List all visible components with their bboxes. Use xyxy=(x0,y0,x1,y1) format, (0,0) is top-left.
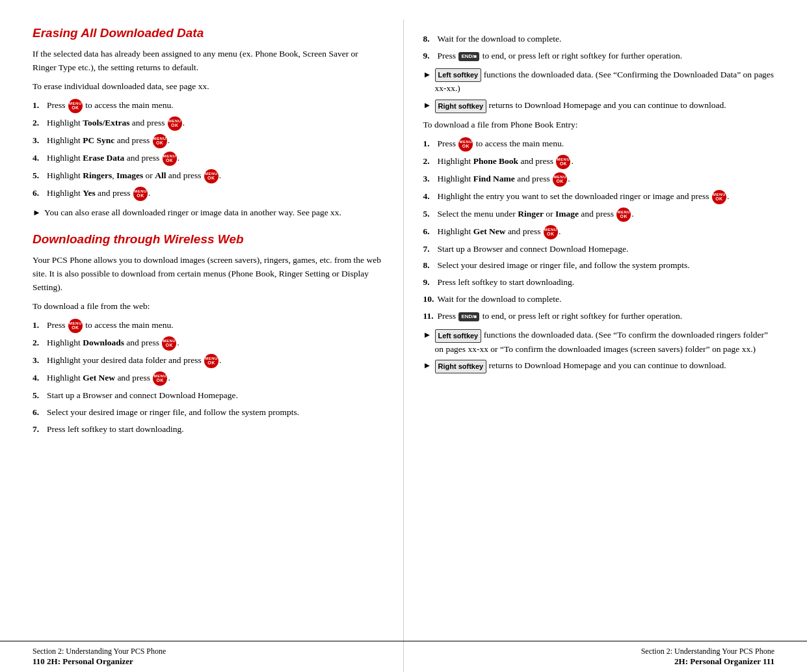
right-bullets-1: ► Left softkey functions the downloaded … xyxy=(423,68,775,113)
fp-step-9-num: 9. xyxy=(423,276,438,289)
step-6: 6. Highlight Yes and press MENUOK. xyxy=(33,187,384,201)
step-3-content: Highlight PC Sync and press MENUOK. xyxy=(47,134,384,148)
r-bullet-2-text: Right softkey returns to Download Homepa… xyxy=(435,99,775,113)
fp-step-8-content: Select your desired image or ringer file… xyxy=(438,259,775,273)
page-container: Erasing All Downloaded Data If the selec… xyxy=(0,0,807,672)
right-column: 8. Wait for the download to complete. 9.… xyxy=(404,20,808,672)
end-btn-fp11: END/■ xyxy=(458,312,479,321)
fp-step-3-content: Highlight Find Name and press MENUOK. xyxy=(438,172,775,187)
from-phone-steps-list: 1. Press MENUOK to access the main menu.… xyxy=(423,137,775,324)
menu-btn-6: MENUOK xyxy=(133,187,148,201)
fp-step-4: 4. Highlight the entry you want to set t… xyxy=(423,190,775,204)
fp-step-4-num: 4. xyxy=(423,190,438,204)
download-steps-list: 1. Press MENUOK to access the main menu.… xyxy=(33,319,384,437)
fp-step-7: 7. Start up a Browser and connect Downlo… xyxy=(423,243,775,256)
right-softkey-badge-1: Right softkey xyxy=(435,100,487,113)
fp-step-6: 6. Highlight Get New and press MENUOK. xyxy=(423,225,775,239)
step-1-num: 1. xyxy=(33,99,47,113)
dl-step-6-content: Select your desired image or ringer file… xyxy=(47,406,384,420)
menu-btn-fp2: MENUOK xyxy=(556,155,570,169)
fp-step-7-num: 7. xyxy=(423,243,438,256)
dl-step-3-num: 3. xyxy=(33,354,47,368)
step-5-num: 5. xyxy=(33,169,47,183)
r-bullet-2: ► Right softkey returns to Download Home… xyxy=(423,99,775,113)
step-4-num: 4. xyxy=(33,152,47,166)
fp-step-10-content: Wait for the download to complete. xyxy=(438,293,775,306)
dl-step-1-num: 1. xyxy=(33,319,47,333)
footer-right-page: 2H: Personal Organizer 111 xyxy=(674,656,774,667)
step-4-content: Highlight Erase Data and press MENUOK. xyxy=(47,152,384,166)
menu-btn-fp3: MENUOK xyxy=(553,172,567,187)
right-bullets-2: ► Left softkey functions the downloaded … xyxy=(423,329,775,373)
dl-step-1-content: Press MENUOK to access the main menu. xyxy=(47,319,384,333)
dl-step-5: 5. Start up a Browser and connect Downlo… xyxy=(33,389,384,403)
arrow-icon-r1: ► xyxy=(423,68,435,96)
fp-step-1-content: Press MENUOK to access the main menu. xyxy=(438,137,775,152)
erase-steps-list: 1. Press MENUOK to access the main menu.… xyxy=(33,99,384,201)
menu-btn-2: MENUOK xyxy=(168,116,182,131)
arrow-icon-1: ► xyxy=(33,206,44,220)
r-bullet-1: ► Left softkey functions the downloaded … xyxy=(423,68,775,96)
menu-btn-dl1: MENUOK xyxy=(68,319,83,333)
r-step-9-num: 9. xyxy=(423,49,438,63)
footer: Section 2: Understanding Your PCS Phone … xyxy=(0,641,807,672)
menu-btn-dl2: MENUOK xyxy=(162,336,176,351)
step-3: 3. Highlight PC Sync and press MENUOK. xyxy=(33,134,384,148)
menu-btn-5: MENUOK xyxy=(204,169,218,183)
r-step-8: 8. Wait for the download to complete. xyxy=(423,33,775,46)
r-step-9: 9. Press END/■ to end, or press left or … xyxy=(423,49,775,63)
erase-bullet-1-text: You can also erase all downloaded ringer… xyxy=(44,206,384,220)
fp-step-3: 3. Highlight Find Name and press MENUOK. xyxy=(423,172,775,187)
menu-btn-fp6: MENUOK xyxy=(544,225,558,239)
step-4: 4. Highlight Erase Data and press MENUOK… xyxy=(33,152,384,166)
dl-step-3-content: Highlight your desired data folder and p… xyxy=(47,354,384,368)
menu-btn-fp1: MENUOK xyxy=(458,137,473,152)
step-3-num: 3. xyxy=(33,134,47,148)
step-1-content: Press MENUOK to access the main menu. xyxy=(47,99,384,113)
fp-step-11: 11. Press END/■ to end, or press left or… xyxy=(423,310,775,323)
from-phone-intro: To download a file from Phone Book Entry… xyxy=(423,118,775,132)
step-5: 5. Highlight Ringers, Images or All and … xyxy=(33,169,384,183)
fp-step-8: 8. Select your desired image or ringer f… xyxy=(423,259,775,273)
r-step-9-content: Press END/■ to end, or press left or rig… xyxy=(438,49,775,63)
dl-step-4: 4. Highlight Get New and press MENUOK. xyxy=(33,371,384,386)
fp-step-7-content: Start up a Browser and connect Download … xyxy=(438,243,775,256)
arrow-icon-r4: ► xyxy=(423,359,435,373)
dl-step-4-num: 4. xyxy=(33,371,47,386)
subsection-title: Downloading through Wireless Web xyxy=(33,232,384,247)
arrow-icon-r2: ► xyxy=(423,99,435,113)
menu-btn-3: MENUOK xyxy=(153,134,167,148)
dl-step-3: 3. Highlight your desired data folder an… xyxy=(33,354,384,368)
r-bullet-3-text: Left softkey functions the downloaded da… xyxy=(435,329,775,356)
fp-step-9-content: Press left softkey to start downloading. xyxy=(438,276,775,289)
dl-step-2-num: 2. xyxy=(33,336,47,351)
footer-left-page: 110 2H: Personal Organizer xyxy=(33,656,166,667)
dl-step-2-content: Highlight Downloads and press MENUOK. xyxy=(47,336,384,351)
step-1: 1. Press MENUOK to access the main menu. xyxy=(33,99,384,113)
end-btn-r9: END/■ xyxy=(458,52,479,61)
erase-bullet-1: ► You can also erase all downloaded ring… xyxy=(33,206,384,220)
fp-step-8-num: 8. xyxy=(423,259,438,273)
dl-step-2: 2. Highlight Downloads and press MENUOK. xyxy=(33,336,384,351)
footer-left: Section 2: Understanding Your PCS Phone … xyxy=(33,647,166,667)
right-steps-list: 8. Wait for the download to complete. 9.… xyxy=(423,33,775,63)
step-6-num: 6. xyxy=(33,187,47,201)
fp-step-5-num: 5. xyxy=(423,208,438,222)
r-step-8-num: 8. xyxy=(423,33,438,46)
step-2-num: 2. xyxy=(33,116,47,131)
fp-step-5: 5. Select the menu under Ringer or Image… xyxy=(423,208,775,222)
r-step-8-content: Wait for the download to complete. xyxy=(438,33,775,46)
menu-btn-dl4: MENUOK xyxy=(153,371,167,386)
dl-step-6: 6. Select your desired image or ringer f… xyxy=(33,406,384,420)
menu-btn-4: MENUOK xyxy=(163,152,177,166)
dl-step-4-content: Highlight Get New and press MENUOK. xyxy=(47,371,384,386)
fp-step-1-num: 1. xyxy=(423,137,438,152)
erase-bullets: ► You can also erase all downloaded ring… xyxy=(33,206,384,220)
fp-step-2-content: Highlight Phone Book and press MENUOK. xyxy=(438,155,775,169)
fp-step-6-content: Highlight Get New and press MENUOK. xyxy=(438,225,775,239)
left-softkey-badge-1: Left softkey xyxy=(435,68,482,82)
dl-step-7-content: Press left softkey to start downloading. xyxy=(47,423,384,437)
dl-step-6-num: 6. xyxy=(33,406,47,420)
r-bullet-1-text: Left softkey functions the downloaded da… xyxy=(435,68,775,96)
intro-p1: If the selected data has already been as… xyxy=(33,47,384,75)
